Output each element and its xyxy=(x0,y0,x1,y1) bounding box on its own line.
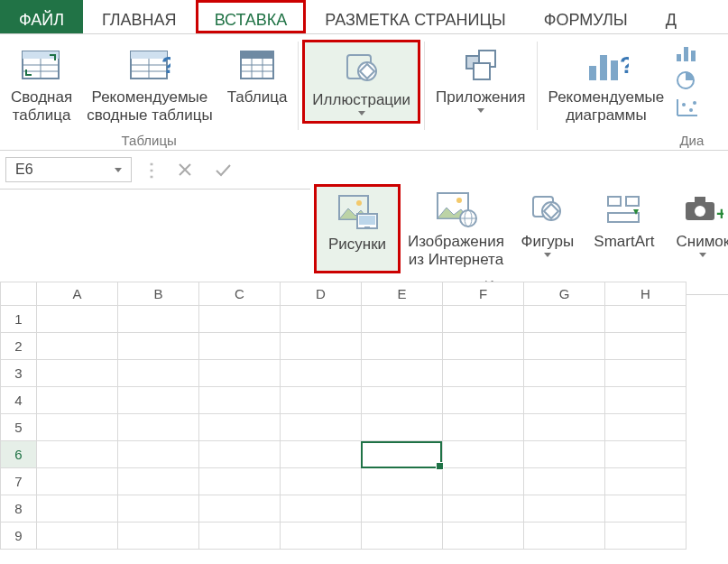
svg-rect-22 xyxy=(589,66,596,80)
col-header[interactable]: B xyxy=(118,282,199,306)
tab-formulas[interactable]: ФОРМУЛЫ xyxy=(525,0,647,33)
col-header[interactable]: D xyxy=(281,282,362,306)
svg-text:?: ? xyxy=(161,51,170,79)
svg-text:?: ? xyxy=(620,51,629,79)
table-icon xyxy=(237,42,277,88)
recommended-charts-icon: ? xyxy=(584,42,629,88)
shapes-label: Фигуры xyxy=(521,233,575,251)
cancel-button[interactable] xyxy=(171,156,198,183)
tab-file[interactable]: ФАЙЛ xyxy=(0,0,83,33)
row-header[interactable]: 9 xyxy=(1,522,37,550)
smartart-label: SmartArt xyxy=(594,233,654,251)
apps-label: Приложения xyxy=(436,88,525,106)
group-tables-label: Таблицы xyxy=(122,129,177,150)
group-charts-label: Диа xyxy=(679,129,704,150)
row-header[interactable]: 3 xyxy=(1,360,37,387)
col-header[interactable]: F xyxy=(443,282,524,306)
tab-home[interactable]: ГЛАВНАЯ xyxy=(83,0,196,33)
ribbon: Сводная таблица ? Рекомендуемые сводные … xyxy=(0,34,728,151)
row-header[interactable]: 6 xyxy=(1,441,37,468)
name-box[interactable]: E6 xyxy=(5,157,132,182)
svg-rect-47 xyxy=(608,197,621,206)
chevron-down-icon xyxy=(115,168,122,172)
online-pictures-icon xyxy=(434,186,477,233)
svg-rect-39 xyxy=(364,227,370,229)
col-header[interactable]: H xyxy=(605,282,687,306)
shapes-icon xyxy=(528,186,567,233)
illustrations-icon xyxy=(342,44,382,91)
svg-rect-27 xyxy=(684,47,688,61)
chevron-down-icon xyxy=(544,253,551,257)
spreadsheet: A B C D E F G H 1 2 3 4 5 6 7 8 9 xyxy=(0,282,728,564)
enter-button[interactable] xyxy=(209,156,236,183)
row-header[interactable]: 8 xyxy=(1,495,37,522)
row-header[interactable]: 5 xyxy=(1,414,37,441)
svg-point-34 xyxy=(693,101,696,105)
name-box-value: E6 xyxy=(15,162,33,178)
smartart-button[interactable]: SmartArt xyxy=(584,184,665,273)
col-header[interactable]: A xyxy=(37,282,118,306)
svg-text:+: + xyxy=(716,204,723,224)
shapes-button[interactable]: Фигуры xyxy=(511,184,584,273)
online-pictures-label: Изображения из Интернета xyxy=(408,233,504,268)
tab-data-partial[interactable]: Д xyxy=(647,0,696,33)
recommended-pivot-button[interactable]: ? Рекомендуемые сводные таблицы xyxy=(79,40,220,129)
svg-rect-26 xyxy=(677,54,681,61)
row-header[interactable]: 4 xyxy=(1,387,37,414)
recommended-pivot-label: Рекомендуемые сводные таблицы xyxy=(87,88,213,124)
recommended-pivot-icon: ? xyxy=(129,42,170,88)
row-header[interactable]: 1 xyxy=(1,306,37,333)
group-illustrations: Иллюстрации xyxy=(299,40,424,150)
online-pictures-button[interactable]: Изображения из Интернета xyxy=(401,184,511,273)
recommended-charts-label: Рекомендуемые диаграммы xyxy=(548,88,665,124)
screenshot-button[interactable]: + Снимок xyxy=(665,184,728,273)
pivot-table-button[interactable]: Сводная таблица xyxy=(4,40,79,129)
group-charts: ? Рекомендуемые диаграммы Диа xyxy=(538,40,708,150)
group-tables: Сводная таблица ? Рекомендуемые сводные … xyxy=(0,40,298,150)
pie-chart-icon[interactable] xyxy=(675,70,700,90)
apps-button[interactable]: Приложения xyxy=(429,40,532,118)
apps-icon xyxy=(461,42,501,88)
pivot-table-icon xyxy=(21,42,62,88)
table-button[interactable]: Таблица xyxy=(220,40,295,129)
bar-chart-icon[interactable] xyxy=(675,43,700,63)
svg-rect-51 xyxy=(695,197,705,204)
chevron-down-icon xyxy=(358,111,365,116)
col-header[interactable]: C xyxy=(199,282,281,306)
illustrations-gallery: Рисунки Изображения из Интернета Фигуры xyxy=(310,179,728,295)
pictures-label: Рисунки xyxy=(328,236,386,254)
svg-point-52 xyxy=(695,206,705,217)
tab-page-layout[interactable]: РАЗМЕТКА СТРАНИЦЫ xyxy=(306,0,524,33)
separator: ⋮ xyxy=(143,159,161,180)
svg-rect-49 xyxy=(608,213,639,222)
smartart-icon xyxy=(604,186,644,233)
svg-rect-48 xyxy=(626,197,639,206)
col-header[interactable]: G xyxy=(524,282,605,306)
row-header[interactable]: 2 xyxy=(1,333,37,360)
svg-point-41 xyxy=(456,198,462,203)
table-label: Таблица xyxy=(227,88,288,106)
screenshot-label: Снимок xyxy=(676,233,728,251)
pictures-icon xyxy=(336,189,379,236)
select-all-corner[interactable] xyxy=(1,282,37,306)
chevron-down-icon xyxy=(477,108,484,113)
svg-point-33 xyxy=(689,108,693,112)
ribbon-tabs: ФАЙЛ ГЛАВНАЯ ВСТАВКА РАЗМЕТКА СТРАНИЦЫ Ф… xyxy=(0,0,728,34)
grid[interactable]: A B C D E F G H 1 2 3 4 5 6 7 8 9 xyxy=(0,282,687,550)
tab-insert[interactable]: ВСТАВКА xyxy=(196,0,307,33)
scatter-chart-icon[interactable] xyxy=(675,97,700,117)
col-header[interactable]: E xyxy=(362,282,443,306)
svg-rect-24 xyxy=(611,60,618,80)
screenshot-icon: + xyxy=(682,186,723,233)
svg-rect-12 xyxy=(241,51,273,59)
chevron-down-icon xyxy=(699,253,706,257)
svg-point-32 xyxy=(682,103,686,106)
illustrations-label: Иллюстрации xyxy=(312,91,410,109)
pictures-button[interactable]: Рисунки xyxy=(314,184,401,273)
illustrations-button[interactable]: Иллюстрации xyxy=(302,40,420,124)
row-header[interactable]: 7 xyxy=(1,468,37,495)
recommended-charts-button[interactable]: ? Рекомендуемые диаграммы xyxy=(541,40,672,129)
svg-rect-23 xyxy=(600,55,607,80)
svg-rect-38 xyxy=(359,216,375,225)
svg-point-36 xyxy=(356,200,362,206)
